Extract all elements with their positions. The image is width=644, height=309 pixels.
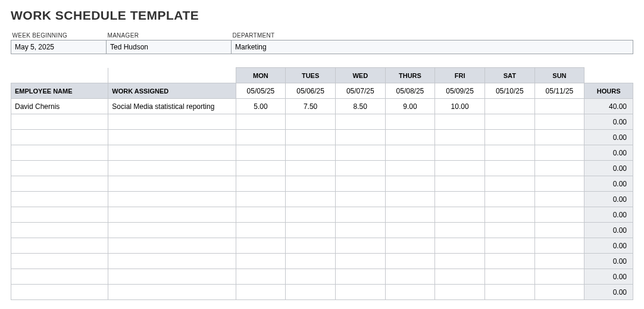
day-cell[interactable] <box>286 114 336 130</box>
day-cell[interactable] <box>484 145 534 161</box>
day-cell[interactable] <box>286 145 336 161</box>
day-cell[interactable] <box>484 130 534 145</box>
work[interactable] <box>108 161 236 176</box>
day-cell[interactable] <box>385 130 435 145</box>
work[interactable]: Social Media statistical reporting <box>108 99 236 114</box>
day-cell[interactable] <box>335 238 385 254</box>
day-cell[interactable]: 10.00 <box>435 99 485 114</box>
value-week-beginning[interactable]: May 5, 2025 <box>11 40 107 54</box>
day-cell[interactable] <box>534 176 584 192</box>
day-cell[interactable] <box>435 161 485 176</box>
work[interactable] <box>108 207 236 223</box>
value-department[interactable]: Marketing <box>232 40 633 54</box>
day-cell[interactable] <box>385 269 435 285</box>
day-cell[interactable] <box>435 114 485 130</box>
day-cell[interactable] <box>335 192 385 207</box>
day-cell[interactable] <box>435 145 485 161</box>
value-manager[interactable]: Ted Hudson <box>107 40 232 54</box>
day-cell[interactable] <box>534 285 584 300</box>
day-cell[interactable] <box>534 145 584 161</box>
day-cell[interactable] <box>286 254 336 269</box>
name[interactable] <box>11 254 108 269</box>
day-cell[interactable] <box>286 161 336 176</box>
day-cell[interactable]: 7.50 <box>286 99 336 114</box>
day-cell[interactable] <box>335 254 385 269</box>
day-cell[interactable] <box>236 130 286 145</box>
day-cell[interactable] <box>385 176 435 192</box>
day-cell[interactable] <box>385 192 435 207</box>
work[interactable] <box>108 269 236 285</box>
day-cell[interactable] <box>236 207 286 223</box>
day-cell[interactable]: 9.00 <box>385 99 435 114</box>
day-cell[interactable] <box>534 130 584 145</box>
name[interactable] <box>11 238 108 254</box>
day-cell[interactable] <box>484 176 534 192</box>
day-cell[interactable] <box>435 223 485 238</box>
name[interactable] <box>11 145 108 161</box>
day-cell[interactable] <box>435 269 485 285</box>
day-cell[interactable] <box>534 99 584 114</box>
day-cell[interactable] <box>534 114 584 130</box>
work[interactable] <box>108 238 236 254</box>
day-cell[interactable] <box>236 269 286 285</box>
day-cell[interactable] <box>286 176 336 192</box>
day-cell[interactable] <box>335 269 385 285</box>
day-cell[interactable] <box>335 223 385 238</box>
day-cell[interactable] <box>484 207 534 223</box>
name[interactable] <box>11 223 108 238</box>
day-cell[interactable] <box>335 145 385 161</box>
day-cell[interactable] <box>484 254 534 269</box>
day-cell[interactable] <box>335 114 385 130</box>
day-cell[interactable] <box>335 207 385 223</box>
day-cell[interactable] <box>236 285 286 300</box>
day-cell[interactable] <box>435 254 485 269</box>
name[interactable]: David Chernis <box>11 99 108 114</box>
day-cell[interactable] <box>335 130 385 145</box>
day-cell[interactable] <box>435 285 485 300</box>
day-cell[interactable] <box>484 192 534 207</box>
day-cell[interactable] <box>236 161 286 176</box>
day-cell[interactable] <box>335 161 385 176</box>
day-cell[interactable] <box>435 192 485 207</box>
day-cell[interactable] <box>534 207 584 223</box>
day-cell[interactable] <box>484 114 534 130</box>
work[interactable] <box>108 114 236 130</box>
day-cell[interactable] <box>385 145 435 161</box>
work[interactable] <box>108 176 236 192</box>
name[interactable] <box>11 207 108 223</box>
day-cell[interactable] <box>484 99 534 114</box>
day-cell[interactable] <box>484 238 534 254</box>
day-cell[interactable] <box>286 223 336 238</box>
name[interactable] <box>11 161 108 176</box>
name[interactable] <box>11 130 108 145</box>
day-cell[interactable] <box>435 176 485 192</box>
day-cell[interactable] <box>236 145 286 161</box>
day-cell[interactable] <box>385 223 435 238</box>
day-cell[interactable] <box>286 192 336 207</box>
day-cell[interactable] <box>484 285 534 300</box>
name[interactable] <box>11 192 108 207</box>
day-cell[interactable] <box>534 238 584 254</box>
day-cell[interactable] <box>484 161 534 176</box>
day-cell[interactable] <box>385 207 435 223</box>
work[interactable] <box>108 254 236 269</box>
name[interactable] <box>11 285 108 300</box>
day-cell[interactable] <box>534 192 584 207</box>
day-cell[interactable] <box>385 114 435 130</box>
day-cell[interactable] <box>335 285 385 300</box>
day-cell[interactable] <box>534 223 584 238</box>
day-cell[interactable] <box>286 130 336 145</box>
day-cell[interactable] <box>435 207 485 223</box>
work[interactable] <box>108 223 236 238</box>
work[interactable] <box>108 130 236 145</box>
day-cell[interactable] <box>286 285 336 300</box>
day-cell[interactable]: 8.50 <box>335 99 385 114</box>
day-cell[interactable] <box>236 238 286 254</box>
name[interactable] <box>11 114 108 130</box>
day-cell[interactable] <box>385 161 435 176</box>
day-cell[interactable] <box>534 161 584 176</box>
day-cell[interactable] <box>534 254 584 269</box>
day-cell[interactable] <box>286 269 336 285</box>
day-cell[interactable] <box>236 114 286 130</box>
day-cell[interactable] <box>385 254 435 269</box>
